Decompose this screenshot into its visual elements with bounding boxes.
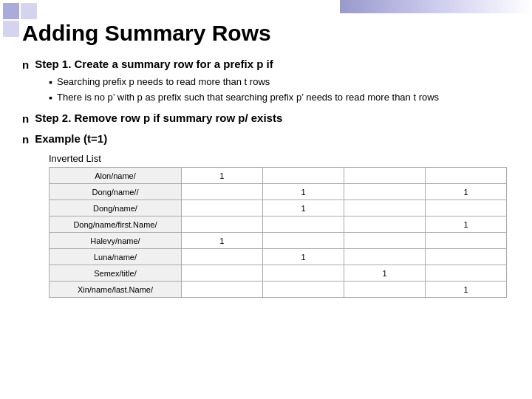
table-cell <box>181 216 262 233</box>
table-cell: 1 <box>262 184 344 200</box>
step1-section: n Step 1. Create a summary row for a pre… <box>22 58 517 104</box>
table-row-label: Dong/name/ <box>50 200 182 216</box>
table-cell <box>425 168 506 184</box>
table-cell <box>181 265 262 282</box>
table-row: Dong/name/1 <box>50 200 507 216</box>
table-row-label: Alon/name/ <box>50 168 182 184</box>
inverted-list-table: Alon/name/1Dong/name//11Dong/name/1Dong/… <box>49 167 507 298</box>
table-cell <box>344 233 425 249</box>
table-cell <box>262 265 344 282</box>
table-cell: 1 <box>262 249 344 265</box>
table-row-label: Halevy/name/ <box>50 233 182 249</box>
table-row-label: Luna/name/ <box>50 249 182 265</box>
step1-text: Step 1. Create a summary row for a prefi… <box>35 58 273 70</box>
step1-subbullets: ▪ Searching prefix p needs to read more … <box>49 75 517 104</box>
table-row-label: Xin/name/last.Name/ <box>50 282 182 298</box>
table-cell <box>181 282 262 298</box>
table-cell <box>344 184 425 200</box>
step1-bullet: n Step 1. Create a summary row for a pre… <box>22 58 517 71</box>
page-content: Adding Summary Rows n Step 1. Create a s… <box>22 15 517 392</box>
page-title: Adding Summary Rows <box>22 21 517 46</box>
top-stripe-decoration <box>340 0 532 13</box>
table-cell: 1 <box>344 265 425 282</box>
square-icon-2: ▪ <box>49 92 52 103</box>
table-row: Dong/name//11 <box>50 184 507 200</box>
table-cell <box>181 200 262 216</box>
table-cell <box>262 282 344 298</box>
table-cell <box>344 168 425 184</box>
step1-sub1: ▪ Searching prefix p needs to read more … <box>49 75 517 89</box>
inverted-list-table-wrapper: Alon/name/1Dong/name//11Dong/name/1Dong/… <box>49 167 517 298</box>
table-row-label: Dong/name/first.Name/ <box>50 216 182 233</box>
example-section: n Example (t=1) <box>22 132 517 146</box>
table-cell: 1 <box>425 216 506 233</box>
bullet-marker-1: n <box>22 58 29 71</box>
table-cell: 1 <box>262 200 344 216</box>
table-cell <box>344 216 425 233</box>
table-cell <box>425 265 506 282</box>
table-cell <box>425 233 506 249</box>
step2-bullet: n Step 2. Remove row p if summary row p/… <box>22 112 517 125</box>
table-row: Semex/title/1 <box>50 265 507 282</box>
table-cell <box>344 249 425 265</box>
table-row: Luna/name/1 <box>50 249 507 265</box>
step2-section: n Step 2. Remove row p if summary row p/… <box>22 112 517 125</box>
table-cell <box>425 249 506 265</box>
table-cell: 1 <box>425 184 506 200</box>
table-cell <box>425 200 506 216</box>
table-cell <box>344 200 425 216</box>
step1-sub2-text: There is no p’ with p as prefix such tha… <box>57 91 439 104</box>
table-row-label: Dong/name// <box>50 184 182 200</box>
table-cell: 1 <box>181 168 262 184</box>
square-icon-1: ▪ <box>49 76 52 88</box>
bullet-marker-2: n <box>22 112 29 125</box>
table-row: Halevy/name/1 <box>50 233 507 249</box>
table-row-label: Semex/title/ <box>50 265 182 282</box>
table-cell <box>344 282 425 298</box>
step1-sub2: ▪ There is no p’ with p as prefix such t… <box>49 91 517 104</box>
example-bullet: n Example (t=1) <box>22 132 517 146</box>
inverted-list-label: Inverted List <box>49 153 517 164</box>
bullet-marker-3: n <box>22 133 29 146</box>
example-text: Example (t=1) <box>35 132 107 145</box>
step2-text: Step 2. Remove row p if summary row p/ e… <box>35 112 282 124</box>
table-row: Dong/name/first.Name/1 <box>50 216 507 233</box>
table-row: Xin/name/last.Name/1 <box>50 282 507 298</box>
table-cell: 1 <box>181 233 262 249</box>
step1-sub1-text: Searching prefix p needs to read more th… <box>57 75 270 89</box>
table-cell: 1 <box>425 282 506 298</box>
table-cell <box>262 233 344 249</box>
table-cell <box>262 168 344 184</box>
table-cell <box>181 249 262 265</box>
table-cell <box>262 216 344 233</box>
table-row: Alon/name/1 <box>50 168 507 184</box>
table-cell <box>181 184 262 200</box>
